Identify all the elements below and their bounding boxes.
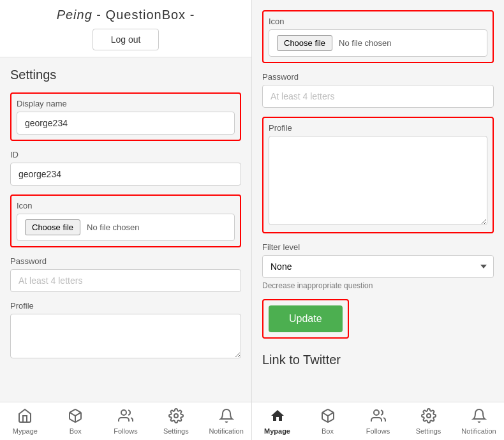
home-icon-right	[270, 408, 285, 426]
id-section: ID	[10, 150, 241, 186]
file-input-container-left: Choose file No file chosen	[17, 214, 235, 241]
display-name-input[interactable]	[17, 112, 235, 135]
filter-label: Filter level	[262, 242, 494, 252]
app-name-rest: - QuestionBox -	[93, 8, 195, 22]
app-title: Peing - QuestionBox -	[0, 8, 251, 22]
settings-title: Settings	[10, 68, 241, 82]
nav-item-notification-right[interactable]: Notification	[454, 402, 504, 440]
filter-section: Filter level None Decrease inappropriate…	[262, 242, 494, 290]
nav-label-follows-left: Follows	[114, 427, 137, 435]
nav-item-follows-right[interactable]: Follows	[353, 402, 403, 440]
follows-icon-right	[371, 408, 386, 426]
icon-label-right: Icon	[269, 17, 487, 26]
right-content: Icon Choose file No file chosen Password…	[252, 0, 504, 402]
nav-label-mypage-left: Mypage	[13, 427, 38, 435]
app-name-italic: Peing	[57, 8, 93, 22]
nav-label-notification-left: Notification	[209, 427, 243, 435]
filter-select[interactable]: None	[262, 255, 494, 278]
bottom-nav-left: Mypage Box Follows Settings Notification	[0, 402, 251, 440]
settings-icon-right	[421, 408, 436, 426]
file-input-container-right: Choose file No file chosen	[269, 29, 487, 57]
nav-label-notification-right: Notification	[461, 427, 496, 435]
password-input-right[interactable]	[262, 85, 494, 108]
left-content: Settings Display name ID Icon Choose fil…	[0, 57, 251, 402]
settings-icon-left	[168, 408, 184, 426]
profile-label-left: Profile	[10, 301, 241, 311]
password-section-left: Password	[10, 256, 241, 292]
right-panel: Icon Choose file No file chosen Password…	[252, 0, 504, 440]
password-input-left[interactable]	[10, 269, 241, 292]
nav-item-settings-right[interactable]: Settings	[403, 402, 454, 440]
link-twitter-title: Link to Twitter	[262, 353, 494, 367]
icon-label-left: Icon	[17, 201, 235, 210]
bottom-nav-right: Mypage Box Follows Settings Notification	[252, 402, 504, 440]
nav-label-box-left: Box	[70, 427, 82, 435]
nav-item-follows-left[interactable]: Follows	[101, 402, 151, 440]
nav-label-settings-right: Settings	[416, 427, 441, 435]
left-panel: Peing - QuestionBox - Log out Settings D…	[0, 0, 252, 440]
box-icon-right	[320, 408, 336, 426]
password-section-right: Password	[262, 72, 494, 108]
follows-icon-left	[118, 408, 133, 426]
nav-item-box-right[interactable]: Box	[302, 402, 353, 440]
update-button[interactable]: Update	[269, 305, 343, 332]
display-name-section: Display name	[10, 92, 241, 141]
logout-button[interactable]: Log out	[93, 29, 159, 50]
id-label: ID	[10, 150, 241, 159]
notification-icon-right	[471, 408, 487, 426]
notification-icon-left	[219, 408, 234, 426]
nav-label-settings-left: Settings	[163, 427, 189, 435]
password-label-right: Password	[262, 72, 494, 82]
svg-point-1	[121, 410, 126, 415]
no-file-text-left: No file chosen	[87, 223, 139, 232]
profile-section-right: Profile	[262, 117, 494, 233]
filter-desc: Decrease inappropriate question	[262, 281, 494, 290]
svg-point-4	[374, 410, 379, 415]
svg-point-5	[427, 414, 431, 418]
choose-file-button-right[interactable]: Choose file	[277, 35, 332, 51]
nav-item-mypage-left[interactable]: Mypage	[0, 402, 50, 440]
nav-item-settings-left[interactable]: Settings	[151, 402, 201, 440]
choose-file-button-left[interactable]: Choose file	[25, 219, 80, 235]
password-label-left: Password	[10, 256, 241, 266]
icon-section-left: Icon Choose file No file chosen	[10, 194, 241, 247]
svg-point-2	[174, 414, 178, 418]
nav-label-box-right: Box	[322, 427, 334, 435]
profile-textarea-right[interactable]	[269, 136, 487, 225]
update-section: Update	[262, 299, 349, 339]
nav-item-mypage-right[interactable]: Mypage	[252, 402, 302, 440]
box-icon-left	[68, 408, 83, 426]
nav-label-mypage-right: Mypage	[264, 427, 290, 435]
nav-item-box-left[interactable]: Box	[50, 402, 101, 440]
left-header: Peing - QuestionBox - Log out	[0, 0, 251, 57]
home-icon-left	[17, 408, 33, 426]
display-name-label: Display name	[17, 99, 235, 108]
icon-section-right: Icon Choose file No file chosen	[262, 10, 494, 63]
nav-item-notification-left[interactable]: Notification	[201, 402, 251, 440]
no-file-text-right: No file chosen	[339, 38, 391, 48]
profile-textarea-left[interactable]	[10, 314, 241, 358]
profile-label-right: Profile	[269, 123, 487, 133]
id-input[interactable]	[10, 163, 241, 186]
logout-area: Log out	[0, 29, 251, 50]
nav-label-follows-right: Follows	[366, 427, 390, 435]
profile-section-left: Profile	[10, 301, 241, 360]
